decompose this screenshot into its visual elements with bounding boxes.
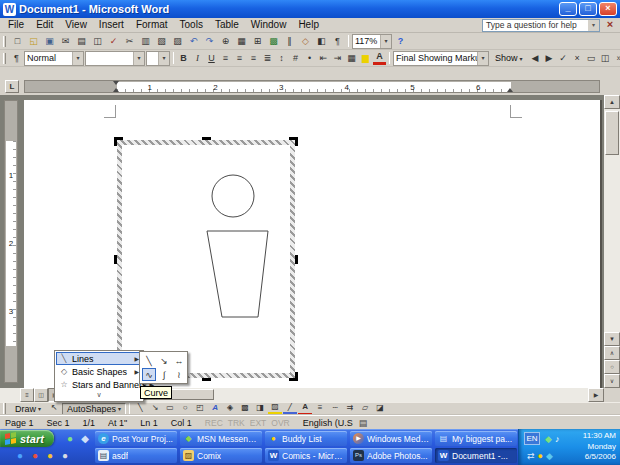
align-left-icon[interactable]: ≡ (219, 51, 232, 66)
line-spacing-icon[interactable]: ↕ (275, 51, 288, 66)
font-color-icon[interactable]: A (298, 402, 312, 415)
taskbtn-my-biggest[interactable]: ▤ My biggest pa... (435, 431, 517, 446)
freeform-tool-icon[interactable]: ∫ (157, 368, 171, 381)
double-arrow-tool-icon[interactable]: ↔ (172, 354, 186, 367)
language-bar[interactable]: EN (524, 432, 540, 445)
undo-icon[interactable]: ↶ (186, 34, 201, 49)
menu-help[interactable]: Help (292, 18, 325, 32)
line-color-icon[interactable]: ╱ (283, 402, 297, 415)
menu-insert[interactable]: Insert (93, 18, 130, 32)
start-button[interactable]: start (0, 430, 54, 447)
increase-indent-icon[interactable]: ⇥ (331, 51, 344, 66)
show-menu-button[interactable]: Show ▾ (490, 52, 528, 64)
maximize-button[interactable]: □ (579, 2, 597, 16)
menu-view[interactable]: View (59, 18, 93, 32)
insert-table-icon[interactable]: ⊞ (250, 34, 265, 49)
zoom-combo[interactable]: 117% ▾ (352, 34, 392, 49)
scribble-tool-icon[interactable]: ≀ (172, 368, 186, 381)
reject-change-icon[interactable]: × (571, 51, 584, 66)
font-color-icon[interactable]: A (373, 51, 386, 65)
volume-tray-icon[interactable]: ♪ (555, 433, 560, 445)
open-icon[interactable]: ◱ (26, 34, 41, 49)
taskbtn-windows-media[interactable]: ▶ Windows Medi... (350, 431, 432, 446)
line-style-icon[interactable]: ≡ (313, 403, 327, 414)
numbering-icon[interactable]: # (289, 51, 302, 66)
columns-icon[interactable]: ∥ (282, 34, 297, 49)
quick-launch-red-icon[interactable]: ● (29, 450, 41, 462)
arrow-icon[interactable]: ↘ (148, 403, 162, 414)
taskbtn-adobe-photoshop[interactable]: Ps Adobe Photos... (350, 448, 432, 463)
vertical-scrollbar[interactable]: ▲ ▼ ∧ ○ ∨ (604, 95, 620, 388)
toolbar-grip[interactable] (3, 36, 6, 47)
oval-icon[interactable]: ○ (178, 403, 192, 414)
network-tray-icon[interactable]: ⇄ (527, 450, 535, 462)
borders-icon[interactable]: ▦ (345, 51, 358, 66)
status-flag[interactable]: EXT (250, 418, 267, 428)
format-painter-icon[interactable]: ▨ (170, 34, 185, 49)
menu-edit[interactable]: Edit (30, 18, 59, 32)
right-indent-marker[interactable] (507, 85, 513, 92)
quick-launch-yellow-icon[interactable]: ● (44, 450, 56, 462)
show-hide-icon[interactable]: ¶ (330, 34, 345, 49)
lines-menu-item[interactable]: ╲ Lines ▶ (56, 352, 142, 365)
quick-launch-gray-icon[interactable]: ● (59, 450, 71, 462)
hanging-indent-marker[interactable] (113, 85, 119, 92)
close-button[interactable]: × (599, 2, 617, 16)
quick-launch-media-icon[interactable]: ● (14, 450, 26, 462)
scroll-down-icon[interactable]: ▼ (604, 332, 620, 346)
previous-page-button[interactable]: ∧ (604, 346, 620, 360)
print-icon[interactable]: ▤ (74, 34, 89, 49)
messenger2-tray-icon[interactable]: ◆ (546, 450, 553, 462)
bold-icon[interactable]: B (177, 51, 190, 66)
tables-and-borders-icon[interactable]: ▦ (234, 34, 249, 49)
menu-file[interactable]: File (2, 18, 30, 32)
taskbtn-msn-messenger[interactable]: ◆ MSN Messenger (180, 431, 262, 446)
select-objects-icon[interactable]: ↖ (47, 403, 61, 414)
quick-launch-app-icon[interactable]: ◆ (79, 433, 91, 445)
canvas-resize-handle[interactable] (202, 137, 211, 140)
justify-icon[interactable]: ≣ (261, 51, 274, 66)
draw-menu-button[interactable]: Draw ▾ (10, 403, 46, 415)
highlight-icon[interactable]: ▆ (359, 51, 372, 66)
arrow-style-icon[interactable]: ⇉ (343, 403, 357, 414)
next-page-button[interactable]: ∨ (604, 374, 620, 388)
insert-hyperlink-icon[interactable]: ⊕ (218, 34, 233, 49)
save-icon[interactable]: ▣ (42, 34, 57, 49)
canvas-surface[interactable] (122, 145, 290, 373)
spelling-status-icon[interactable]: ▤ (359, 418, 368, 428)
drawing-icon[interactable]: ◇ (298, 34, 313, 49)
insert-comment-icon[interactable]: ▭ (585, 51, 598, 66)
close-window-button[interactable]: × (602, 18, 618, 32)
chevron-down-icon[interactable]: ▾ (158, 52, 169, 65)
shadow-style-icon[interactable]: ▱ (358, 403, 372, 414)
taskbtn-buddy-list[interactable]: ● Buddy List (265, 431, 347, 446)
canvas-resize-handle[interactable] (289, 137, 298, 146)
clip-art-icon[interactable]: ▩ (238, 403, 252, 414)
expand-menu-chevron-icon[interactable]: ∨ (56, 391, 142, 400)
taskbtn-comix[interactable]: ▨ Comix (180, 448, 262, 463)
display-for-review-combo[interactable]: Final Showing Markup ▾ (393, 51, 489, 66)
security-tray-icon[interactable]: ● (538, 450, 543, 462)
question-help-box[interactable]: Type a question for help ▾ (482, 19, 600, 32)
status-flag[interactable]: TRK (228, 418, 245, 428)
italic-icon[interactable]: I (191, 51, 204, 66)
rectangle-icon[interactable]: ▭ (163, 403, 177, 414)
align-right-icon[interactable]: ≡ (247, 51, 260, 66)
web-layout-view-icon[interactable]: ◫ (34, 388, 48, 402)
scroll-right-icon[interactable]: ▶ (588, 388, 604, 402)
basic-shapes-menu-item[interactable]: ◇ Basic Shapes ▶ (56, 365, 142, 378)
styles-and-formatting-icon[interactable]: ¶ (10, 51, 23, 66)
menu-tools[interactable]: Tools (174, 18, 209, 32)
normal-view-icon[interactable]: ≡ (20, 388, 34, 402)
menu-window[interactable]: Window (245, 18, 293, 32)
taskbtn-post-your-proj[interactable]: e Post Your Proj... (95, 431, 177, 446)
document-page[interactable] (24, 100, 600, 388)
scroll-up-icon[interactable]: ▲ (604, 95, 620, 109)
menu-format[interactable]: Format (130, 18, 174, 32)
canvas-resize-handle[interactable] (295, 255, 298, 264)
toolbar-grip[interactable] (3, 53, 6, 64)
style-combo[interactable]: Normal ▾ (24, 51, 84, 66)
vertical-ruler[interactable]: 123 (4, 100, 18, 383)
vertical-scrollbar-track[interactable] (604, 109, 620, 332)
font-size-combo[interactable]: ▾ (146, 51, 170, 66)
